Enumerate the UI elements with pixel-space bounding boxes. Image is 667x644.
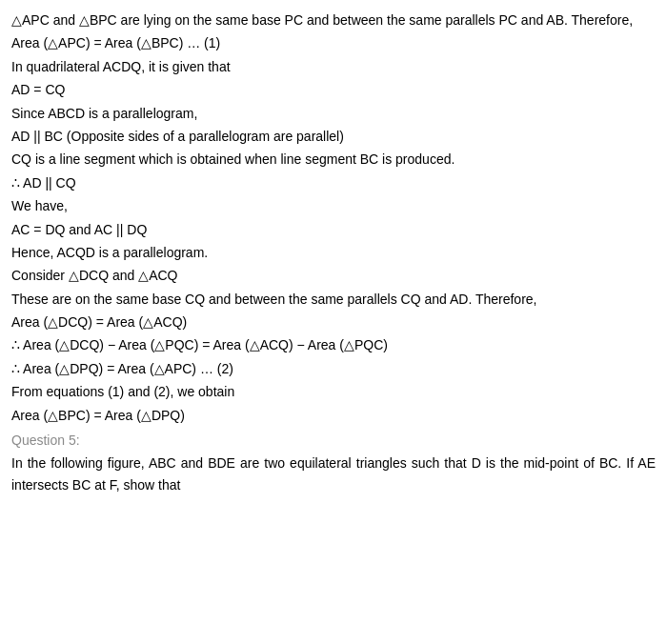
line12: Consider △DCQ and △ACQ <box>11 265 656 286</box>
line13: These are on the same base CQ and betwee… <box>11 289 656 310</box>
line11: Hence, ACQD is a parallelogram. <box>11 242 656 263</box>
line18: Area (△BPC) = Area (△DPQ) <box>11 405 656 426</box>
line4: AD = CQ <box>11 79 656 100</box>
line8: ∴ AD || CQ <box>11 172 656 193</box>
line10: AC = DQ and AC || DQ <box>11 219 656 240</box>
line20: In the following figure, ABC and BDE are… <box>11 453 656 495</box>
line17: From equations (1) and (2), we obtain <box>11 381 656 402</box>
main-content: △APC and △BPC are lying on the same base… <box>11 10 656 495</box>
line16: ∴ Area (△DPQ) = Area (△APC) … (2) <box>11 358 656 379</box>
line6: AD || BC (Opposite sides of a parallelog… <box>11 126 656 147</box>
line1: △APC and △BPC are lying on the same base… <box>11 10 656 30</box>
question5-label: Question 5: <box>11 430 656 451</box>
line15: ∴ Area (△DCQ) − Area (△PQC) = Area (△ACQ… <box>11 334 656 355</box>
line2: Area (△APC) = Area (△BPC) … (1) <box>11 32 656 53</box>
line5: Since ABCD is a parallelogram, <box>11 103 656 124</box>
line3: In quadrilateral ACDQ, it is given that <box>11 56 656 77</box>
line7: CQ is a line segment which is obtained w… <box>11 149 656 170</box>
line14: Area (△DCQ) = Area (△ACQ) <box>11 312 656 332</box>
line9: We have, <box>11 195 656 216</box>
